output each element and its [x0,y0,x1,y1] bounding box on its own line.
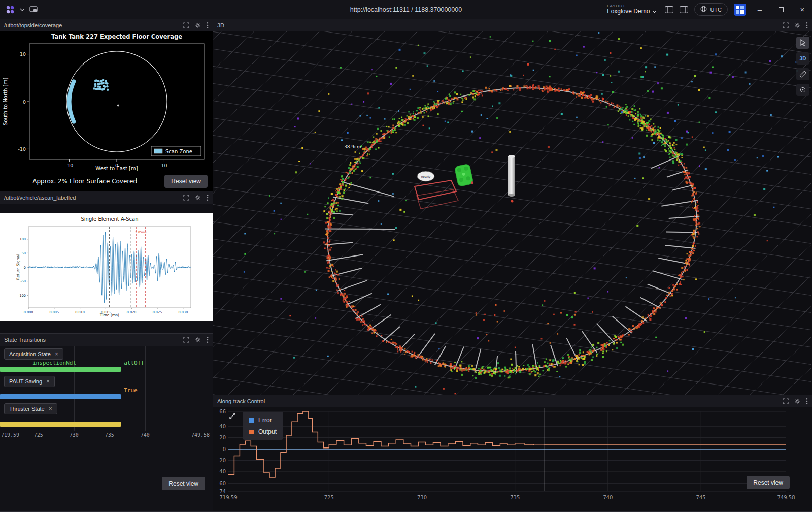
axis-tick-label: 730 [67,432,81,438]
reset-view-button[interactable]: Reset view [162,477,205,490]
panel-header[interactable]: State Transitions [0,334,213,346]
workspace: /utbot/topside/coverage Tank Tank 227 Ex… [0,19,812,512]
panel-header[interactable]: 3D [213,19,812,31]
reset-view-button[interactable]: Reset view [164,175,208,188]
settings-gear-icon[interactable] [195,337,201,343]
settings-gear-icon[interactable] [195,195,201,201]
more-menu-icon[interactable] [207,22,209,29]
svg-text:-40: -40 [218,469,226,474]
fullscreen-icon[interactable] [183,22,189,28]
globe-icon [700,6,707,13]
panel-header[interactable]: /utbot/topside/coverage [0,19,213,31]
reset-view-button[interactable]: Reset view [747,476,790,489]
series-chip-label: Acquisition State [9,351,51,357]
svg-text:0: 0 [24,266,26,270]
coverage-caption: Approx. 2% Floor Surface Covered [5,178,164,185]
interact-cursor-icon[interactable] [796,37,809,49]
series-chip[interactable]: PAUT Saving× [4,376,55,387]
foxglove-app: http://localhost:11311 / 1188.370000000 … [0,0,812,512]
foxglove-logo-icon[interactable] [5,5,15,15]
expand-arrows-icon[interactable] [228,412,236,422]
close-icon[interactable]: × [49,405,52,412]
3d-viewport[interactable]: RovAly38.9cm 3D [213,31,812,395]
fullscreen-icon[interactable] [783,22,789,28]
series-chip[interactable]: Acquisition State× [4,348,63,360]
axis-tick-label: 719.59 [1,432,19,438]
playhead-cursor [121,346,121,511]
panel-ascan: /utbot/vehicle/ascan_labelled Single Ele… [0,191,213,334]
fullscreen-icon[interactable] [783,398,789,404]
more-menu-icon[interactable] [806,22,808,29]
svg-text:0.010: 0.010 [75,310,85,314]
close-button[interactable]: × [795,0,810,19]
panel-header[interactable]: /utbot/vehicle/ascan_labelled [0,191,213,204]
legend-item[interactable]: Output [249,428,277,435]
svg-text:0: 0 [23,99,26,105]
ground-grid [213,31,811,395]
svg-text:740: 740 [603,495,613,500]
3d-scene-svg[interactable]: RovAly38.9cm [213,31,811,395]
chevron-down-icon[interactable] [20,8,25,11]
coverage-chart-svg[interactable]: Tank Tank 227 Expected Floor Coverage100… [0,31,213,174]
panel-header[interactable]: Along-track Control [213,395,812,407]
panel-title: /utbot/vehicle/ascan_labelled [4,195,183,201]
svg-text:South to North [m]: South to North [m] [3,78,8,125]
titlebar-left [0,5,38,15]
settings-gear-icon[interactable] [195,22,201,28]
focus-target-icon[interactable] [796,84,809,96]
maximize-button[interactable] [773,0,789,19]
fullscreen-icon[interactable] [183,337,189,343]
left-sidebar-toggle-icon[interactable] [665,6,673,13]
state-bar-label: inspectionNdt [32,360,76,366]
svg-text:745: 745 [696,495,706,500]
measure-ruler-icon[interactable] [796,68,809,80]
close-icon[interactable]: × [46,378,50,385]
chart-legend[interactable]: ErrorOutput [243,412,283,440]
series-chip[interactable]: Thruster State× [4,403,57,414]
svg-text:100: 100 [20,237,26,241]
grid-line [110,346,110,431]
3d-toolbar: 3D [796,37,809,96]
settings-gear-icon[interactable] [794,398,800,404]
more-menu-icon[interactable] [207,194,209,201]
svg-text:Single Element A-Scan: Single Element A-Scan [81,216,138,222]
state-current-value: True [124,387,138,394]
state-bar [0,394,121,399]
maximize-icon [779,7,784,12]
axis-tick-label: 725 [31,432,46,438]
svg-text:0.030: 0.030 [178,310,188,314]
fullscreen-icon[interactable] [183,195,189,201]
svg-text:40: 40 [219,424,226,429]
panel-3d: 3D RovAly38.9cm 3D [213,19,812,395]
series-chip-label: PAUT Saving [9,378,42,385]
grid-line [145,346,146,431]
right-sidebar-toggle-icon[interactable] [680,6,688,13]
svg-text:0.020: 0.020 [127,310,137,314]
panel-state-transitions: State Transitions Acquisition State×insp… [0,334,213,512]
extension-grid-icon[interactable] [734,4,746,16]
svg-text:725: 725 [324,495,334,500]
svg-text:0.000: 0.000 [24,310,33,314]
alongtrack-chart-svg[interactable]: 6640200-20-40-60-74725730735740745719.59… [213,407,811,511]
more-menu-icon[interactable] [207,336,209,343]
legend-item[interactable]: Error [249,417,277,424]
settings-gear-icon[interactable] [794,22,800,28]
ascan-figure: Single Element A-Scan100500-50-1000.0000… [0,213,213,321]
more-menu-icon[interactable] [806,398,808,405]
minimize-button[interactable]: – [752,0,767,19]
window-share-icon[interactable] [29,6,38,13]
ascan-chart-svg[interactable]: Single Element A-Scan100500-50-1000.0000… [0,213,213,321]
close-icon[interactable]: × [55,350,58,358]
camera-mode-3d-button[interactable]: 3D [796,52,809,65]
svg-text:-10: -10 [18,146,26,152]
ascan-plot: Single Element A-Scan100500-50-1000.0000… [0,204,213,333]
coverage-footer: Approx. 2% Floor Surface Covered Reset v… [0,174,213,191]
svg-text:West to East [m]: West to East [m] [95,166,138,171]
timezone-button[interactable]: UTC [694,3,728,16]
alongtrack-plot: 6640200-20-40-60-74725730735740745719.59… [213,407,812,512]
legend-swatch [249,418,254,423]
grid-line [74,346,75,431]
state-bar [0,422,121,427]
layout-selector[interactable]: LAYOUT Foxglove Demo [607,4,657,15]
svg-text:66: 66 [219,409,226,414]
